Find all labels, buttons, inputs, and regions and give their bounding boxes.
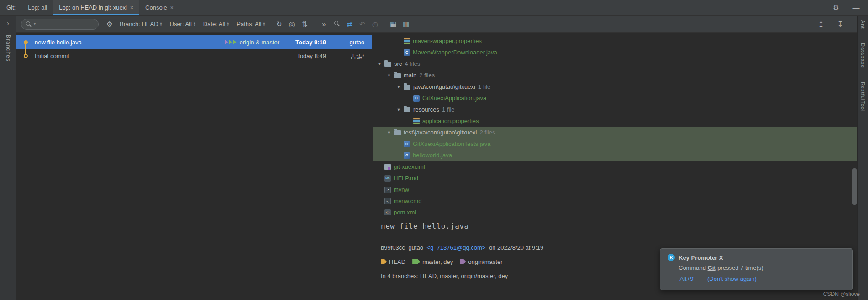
folder-icon	[394, 73, 401, 78]
stripe-item-database[interactable]: Database	[860, 43, 866, 68]
tab-label: Log: all	[28, 4, 47, 11]
tree-item-label: java\com\gutao\gitxuexi	[413, 83, 475, 90]
tree-item-label: application.properties	[422, 118, 479, 124]
tree-row[interactable]: git-xuexi.iml	[373, 161, 857, 172]
shortcut-link[interactable]: 'Alt+9'	[679, 275, 694, 282]
notification-body-prefix: Command	[679, 264, 708, 271]
class-file-icon	[413, 95, 420, 102]
refresh-icon[interactable]: ↻	[273, 20, 285, 28]
tree-toolbar-actions: ↥ ↧	[815, 20, 853, 28]
tree-item-label: git-xuexi.iml	[394, 163, 425, 170]
ref-tag[interactable]: HEAD	[381, 258, 405, 265]
author-email-link[interactable]: <g_713761@qq.com>	[427, 244, 486, 251]
tree-row[interactable]: ▼ main 2 files	[373, 70, 857, 81]
stripe-item-restfultool[interactable]: RestfulTool	[860, 82, 866, 112]
navigate-hash-icon[interactable]: ⇄	[343, 20, 356, 28]
filter-label: User: All	[170, 21, 192, 27]
undo-icon[interactable]: ↶	[356, 20, 368, 28]
chevron-down-icon[interactable]: ▾	[34, 22, 36, 26]
expand-arrow-icon[interactable]: ▼	[387, 130, 391, 135]
tree-row[interactable]: MavenWrapperDownloader.java	[373, 47, 857, 58]
expand-arrow-icon[interactable]: ▼	[396, 107, 401, 112]
tab[interactable]: Console ×	[139, 0, 179, 15]
grid-view-icon[interactable]: ▦	[387, 20, 400, 28]
collapse-branches-icon[interactable]: ⇅	[298, 20, 311, 28]
stripe-item-branches[interactable]: Branches	[5, 35, 11, 62]
filter-dropdown[interactable]: Date: All	[203, 21, 229, 27]
collapse-all-icon[interactable]: ↥	[815, 20, 827, 28]
properties-file-icon	[413, 118, 420, 124]
stripe-item-ant[interactable]: Ant	[860, 20, 866, 29]
notification-body-suffix: pressed 7 time(s)	[716, 264, 763, 271]
search-input[interactable]: ▾	[21, 19, 99, 30]
hide-window-icon[interactable]: —	[850, 4, 863, 11]
recent-icon[interactable]: ◷	[368, 20, 381, 28]
commit-refs[interactable]: origin & master	[225, 39, 279, 46]
tree-row[interactable]: GitXuexiApplicationTests.java	[373, 138, 857, 150]
expand-arrow-icon[interactable]: ▼	[377, 62, 382, 66]
expand-arrow-icon[interactable]: ▼	[387, 73, 391, 78]
graph-node-cell	[16, 40, 35, 44]
commit-message: new file hello.java	[35, 39, 225, 46]
expand-stripe-icon[interactable]: ›	[7, 19, 9, 29]
tab[interactable]: Log: on HEAD in git-xuexi ×	[53, 0, 139, 15]
close-icon[interactable]: ×	[130, 5, 133, 11]
expand-all-icon[interactable]: ↧	[834, 20, 847, 28]
tree-row[interactable]: ▼ resources 1 file	[373, 104, 857, 115]
tree-row[interactable]: ▼ test\java\com\gutao\gitxuexi 2 files	[373, 127, 857, 138]
ref-tag[interactable]: master, dey	[412, 258, 453, 265]
updown-arrows-icon	[160, 22, 163, 27]
tab[interactable]: Log: all	[22, 0, 53, 15]
tab-label: Log: on HEAD in git-xuexi	[59, 4, 127, 11]
purple-flag-icon	[460, 259, 466, 264]
tree-row[interactable]: mvnw.cmd	[373, 195, 857, 207]
tree-item-count: 1 file	[442, 106, 454, 113]
tree-item-label: mvnw	[394, 186, 409, 193]
more-actions-icon[interactable]: »	[317, 20, 330, 28]
intellisort-icon[interactable]: ◎	[285, 20, 298, 28]
git-label: Git:	[0, 0, 22, 15]
tree-row[interactable]: application.properties	[373, 115, 857, 127]
tree-item-label: resources	[413, 106, 439, 113]
filter-dropdown[interactable]: Paths: All	[237, 21, 265, 27]
tree-scrollbar[interactable]	[852, 168, 857, 205]
close-icon[interactable]: ×	[170, 5, 174, 11]
command-name: Git	[708, 264, 716, 271]
tree-row[interactable]: pom.xml	[373, 207, 857, 215]
tool-window-tabbar: Git: Log: all Log: on HEAD in git-xuexi …	[0, 0, 868, 16]
expand-arrow-icon[interactable]: ▼	[396, 85, 401, 89]
commit-row[interactable]: new file hello.java origin & master Toda…	[16, 35, 372, 49]
ref-flag-icon	[412, 258, 420, 265]
changed-files-tree: maven-wrapper.properties MavenWrapperDow…	[373, 33, 857, 215]
tab-strip: Log: all Log: on HEAD in git-xuexi × Con…	[22, 0, 179, 15]
tree-row[interactable]: GitXuexiApplication.java	[373, 92, 857, 104]
search-icon	[26, 21, 32, 27]
tree-row[interactable]: maven-wrapper.properties	[373, 35, 857, 47]
notification-header: K Key Promoter X	[668, 254, 845, 261]
commit-time: Today 8:49	[285, 53, 326, 59]
ref-tag[interactable]: origin/master	[460, 258, 502, 265]
settings-gear-icon[interactable]: ⚙	[830, 4, 842, 12]
tree-row[interactable]: mvnw	[373, 184, 857, 195]
right-tool-stripe: AntDatabaseRestfulTool	[857, 16, 868, 300]
commit-hash: b99f03cc	[381, 244, 405, 251]
filter-dropdown[interactable]: User: All	[170, 21, 196, 27]
filter-dropdown[interactable]: Branch: HEAD	[120, 21, 163, 27]
ref-tag-label: origin/master	[468, 258, 502, 265]
commit-row[interactable]: Initial commit Today 8:49 古涛*	[16, 49, 372, 63]
magnifier-icon	[334, 21, 340, 27]
filter-gear-icon[interactable]: ⚙	[103, 20, 116, 28]
details-view-icon[interactable]: ▥	[400, 20, 412, 28]
tree-row[interactable]: HELP.md	[373, 172, 857, 184]
tree-item-count: 2 files	[479, 129, 495, 136]
tree-row[interactable]: helloworld.java	[373, 150, 857, 161]
tree-item-label: mvnw.cmd	[394, 198, 421, 204]
commit-author-name: gutao	[331, 39, 364, 46]
tree-row[interactable]: ▼ java\com\gutao\gitxuexi 1 file	[373, 81, 857, 92]
left-tool-stripe: › Branches	[0, 16, 16, 300]
cmd-file-icon	[384, 198, 391, 204]
notification-body: Command Git pressed 7 time(s)	[679, 264, 845, 271]
tree-row[interactable]: ▼ src 4 files	[373, 58, 857, 70]
dont-show-again-link[interactable]: (Don't show again)	[707, 275, 757, 282]
search-commits-icon[interactable]	[330, 20, 343, 28]
